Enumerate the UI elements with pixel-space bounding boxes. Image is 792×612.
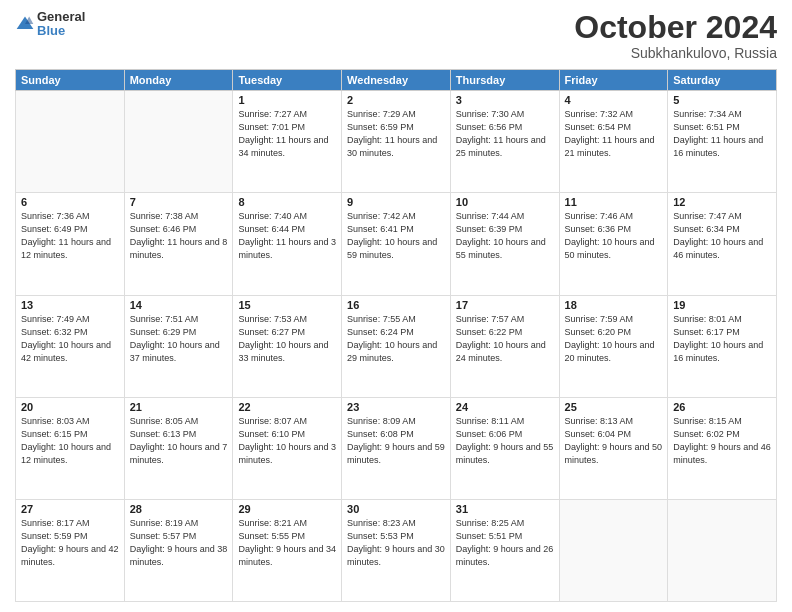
calendar-cell: 27Sunrise: 8:17 AMSunset: 5:59 PMDayligh… — [16, 499, 125, 601]
calendar-cell: 12Sunrise: 7:47 AMSunset: 6:34 PMDayligh… — [668, 193, 777, 295]
day-number: 31 — [456, 503, 554, 515]
calendar-cell — [668, 499, 777, 601]
day-info: Sunrise: 7:49 AMSunset: 6:32 PMDaylight:… — [21, 313, 119, 365]
calendar-cell: 31Sunrise: 8:25 AMSunset: 5:51 PMDayligh… — [450, 499, 559, 601]
day-number: 13 — [21, 299, 119, 311]
day-info: Sunrise: 8:07 AMSunset: 6:10 PMDaylight:… — [238, 415, 336, 467]
calendar-cell: 23Sunrise: 8:09 AMSunset: 6:08 PMDayligh… — [342, 397, 451, 499]
day-number: 16 — [347, 299, 445, 311]
title-area: October 2024 Subkhankulovo, Russia — [574, 10, 777, 61]
day-number: 28 — [130, 503, 228, 515]
calendar-cell: 4Sunrise: 7:32 AMSunset: 6:54 PMDaylight… — [559, 91, 668, 193]
calendar-cell: 3Sunrise: 7:30 AMSunset: 6:56 PMDaylight… — [450, 91, 559, 193]
day-info: Sunrise: 7:29 AMSunset: 6:59 PMDaylight:… — [347, 108, 445, 160]
col-monday: Monday — [124, 70, 233, 91]
day-number: 4 — [565, 94, 663, 106]
day-info: Sunrise: 7:42 AMSunset: 6:41 PMDaylight:… — [347, 210, 445, 262]
calendar-header: Sunday Monday Tuesday Wednesday Thursday… — [16, 70, 777, 91]
calendar-body: 1Sunrise: 7:27 AMSunset: 7:01 PMDaylight… — [16, 91, 777, 602]
day-number: 30 — [347, 503, 445, 515]
calendar-cell — [16, 91, 125, 193]
calendar-cell: 15Sunrise: 7:53 AMSunset: 6:27 PMDayligh… — [233, 295, 342, 397]
day-info: Sunrise: 8:15 AMSunset: 6:02 PMDaylight:… — [673, 415, 771, 467]
calendar-cell: 8Sunrise: 7:40 AMSunset: 6:44 PMDaylight… — [233, 193, 342, 295]
day-info: Sunrise: 7:59 AMSunset: 6:20 PMDaylight:… — [565, 313, 663, 365]
day-number: 29 — [238, 503, 336, 515]
day-number: 8 — [238, 196, 336, 208]
day-info: Sunrise: 8:01 AMSunset: 6:17 PMDaylight:… — [673, 313, 771, 365]
day-number: 6 — [21, 196, 119, 208]
calendar-cell: 29Sunrise: 8:21 AMSunset: 5:55 PMDayligh… — [233, 499, 342, 601]
calendar-cell: 5Sunrise: 7:34 AMSunset: 6:51 PMDaylight… — [668, 91, 777, 193]
logo-general: General — [37, 10, 85, 24]
col-saturday: Saturday — [668, 70, 777, 91]
col-tuesday: Tuesday — [233, 70, 342, 91]
calendar-cell: 11Sunrise: 7:46 AMSunset: 6:36 PMDayligh… — [559, 193, 668, 295]
day-number: 15 — [238, 299, 336, 311]
logo: General Blue — [15, 10, 85, 39]
title-location: Subkhankulovo, Russia — [574, 45, 777, 61]
day-info: Sunrise: 7:36 AMSunset: 6:49 PMDaylight:… — [21, 210, 119, 262]
day-info: Sunrise: 7:38 AMSunset: 6:46 PMDaylight:… — [130, 210, 228, 262]
calendar-cell: 21Sunrise: 8:05 AMSunset: 6:13 PMDayligh… — [124, 397, 233, 499]
col-wednesday: Wednesday — [342, 70, 451, 91]
page: General Blue October 2024 Subkhankulovo,… — [0, 0, 792, 612]
calendar-cell — [559, 499, 668, 601]
day-number: 20 — [21, 401, 119, 413]
calendar-week-4: 27Sunrise: 8:17 AMSunset: 5:59 PMDayligh… — [16, 499, 777, 601]
col-friday: Friday — [559, 70, 668, 91]
day-info: Sunrise: 7:34 AMSunset: 6:51 PMDaylight:… — [673, 108, 771, 160]
calendar-cell: 20Sunrise: 8:03 AMSunset: 6:15 PMDayligh… — [16, 397, 125, 499]
logo-icon — [15, 14, 35, 34]
day-number: 21 — [130, 401, 228, 413]
day-info: Sunrise: 7:44 AMSunset: 6:39 PMDaylight:… — [456, 210, 554, 262]
day-info: Sunrise: 8:09 AMSunset: 6:08 PMDaylight:… — [347, 415, 445, 467]
calendar-week-1: 6Sunrise: 7:36 AMSunset: 6:49 PMDaylight… — [16, 193, 777, 295]
calendar-cell — [124, 91, 233, 193]
day-info: Sunrise: 7:47 AMSunset: 6:34 PMDaylight:… — [673, 210, 771, 262]
calendar-cell: 6Sunrise: 7:36 AMSunset: 6:49 PMDaylight… — [16, 193, 125, 295]
header: General Blue October 2024 Subkhankulovo,… — [15, 10, 777, 61]
col-sunday: Sunday — [16, 70, 125, 91]
day-info: Sunrise: 8:19 AMSunset: 5:57 PMDaylight:… — [130, 517, 228, 569]
day-info: Sunrise: 8:21 AMSunset: 5:55 PMDaylight:… — [238, 517, 336, 569]
calendar-cell: 28Sunrise: 8:19 AMSunset: 5:57 PMDayligh… — [124, 499, 233, 601]
calendar-cell: 17Sunrise: 7:57 AMSunset: 6:22 PMDayligh… — [450, 295, 559, 397]
day-number: 24 — [456, 401, 554, 413]
logo-blue: Blue — [37, 24, 85, 38]
day-info: Sunrise: 8:11 AMSunset: 6:06 PMDaylight:… — [456, 415, 554, 467]
day-number: 22 — [238, 401, 336, 413]
calendar-cell: 25Sunrise: 8:13 AMSunset: 6:04 PMDayligh… — [559, 397, 668, 499]
calendar-cell: 16Sunrise: 7:55 AMSunset: 6:24 PMDayligh… — [342, 295, 451, 397]
calendar-table: Sunday Monday Tuesday Wednesday Thursday… — [15, 69, 777, 602]
day-number: 26 — [673, 401, 771, 413]
day-number: 18 — [565, 299, 663, 311]
calendar-cell: 30Sunrise: 8:23 AMSunset: 5:53 PMDayligh… — [342, 499, 451, 601]
header-row: Sunday Monday Tuesday Wednesday Thursday… — [16, 70, 777, 91]
day-info: Sunrise: 7:46 AMSunset: 6:36 PMDaylight:… — [565, 210, 663, 262]
col-thursday: Thursday — [450, 70, 559, 91]
day-info: Sunrise: 7:57 AMSunset: 6:22 PMDaylight:… — [456, 313, 554, 365]
day-number: 27 — [21, 503, 119, 515]
calendar-cell: 19Sunrise: 8:01 AMSunset: 6:17 PMDayligh… — [668, 295, 777, 397]
day-info: Sunrise: 7:30 AMSunset: 6:56 PMDaylight:… — [456, 108, 554, 160]
day-number: 7 — [130, 196, 228, 208]
calendar-cell: 1Sunrise: 7:27 AMSunset: 7:01 PMDaylight… — [233, 91, 342, 193]
calendar-week-2: 13Sunrise: 7:49 AMSunset: 6:32 PMDayligh… — [16, 295, 777, 397]
day-number: 17 — [456, 299, 554, 311]
day-number: 3 — [456, 94, 554, 106]
calendar-cell: 7Sunrise: 7:38 AMSunset: 6:46 PMDaylight… — [124, 193, 233, 295]
day-number: 5 — [673, 94, 771, 106]
calendar-cell: 2Sunrise: 7:29 AMSunset: 6:59 PMDaylight… — [342, 91, 451, 193]
day-info: Sunrise: 7:55 AMSunset: 6:24 PMDaylight:… — [347, 313, 445, 365]
calendar-cell: 13Sunrise: 7:49 AMSunset: 6:32 PMDayligh… — [16, 295, 125, 397]
day-info: Sunrise: 8:13 AMSunset: 6:04 PMDaylight:… — [565, 415, 663, 467]
day-number: 25 — [565, 401, 663, 413]
calendar-cell: 18Sunrise: 7:59 AMSunset: 6:20 PMDayligh… — [559, 295, 668, 397]
calendar-cell: 26Sunrise: 8:15 AMSunset: 6:02 PMDayligh… — [668, 397, 777, 499]
day-number: 10 — [456, 196, 554, 208]
calendar-cell: 14Sunrise: 7:51 AMSunset: 6:29 PMDayligh… — [124, 295, 233, 397]
calendar-cell: 9Sunrise: 7:42 AMSunset: 6:41 PMDaylight… — [342, 193, 451, 295]
day-info: Sunrise: 8:23 AMSunset: 5:53 PMDaylight:… — [347, 517, 445, 569]
day-number: 19 — [673, 299, 771, 311]
